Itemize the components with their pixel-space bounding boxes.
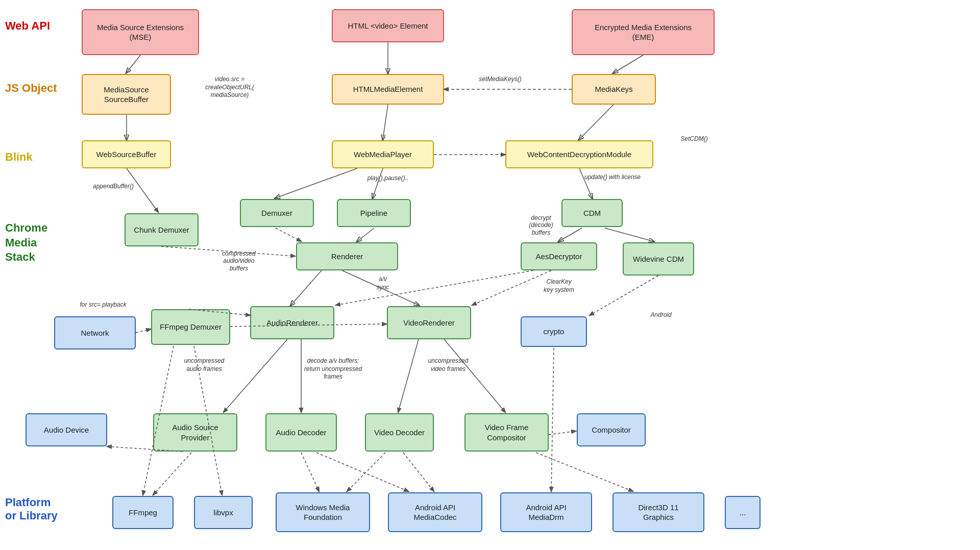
box-video-decoder: Video Decoder: [365, 413, 434, 452]
annot-uncompressed-video-frames: uncompressedvideo frames: [412, 357, 484, 373]
svg-line-10: [373, 168, 383, 198]
box-network: Network: [54, 316, 136, 349]
box-aesdecryptor: AesDecryptor: [521, 242, 597, 270]
svg-line-9: [276, 168, 357, 198]
svg-line-6: [579, 105, 614, 139]
label-platform-or-library: Platform or Library: [5, 496, 58, 523]
box-eme: Encrypted Media Extensions (EME): [572, 9, 715, 55]
box-crypto: crypto: [521, 316, 587, 347]
box-pipeline: Pipeline: [337, 199, 411, 227]
box-mse: Media Source Extensions (MSE): [82, 9, 199, 55]
svg-line-30: [549, 431, 576, 435]
box-websourcebuffer: WebSourceBuffer: [82, 140, 171, 168]
annot-av-sync: a/vsync: [368, 276, 398, 291]
box-webcontentdecryptionmodule: WebContentDecryptionModule: [505, 140, 653, 168]
svg-line-4: [383, 105, 388, 139]
svg-line-14: [357, 228, 374, 241]
svg-line-22: [136, 329, 151, 333]
svg-line-28: [444, 339, 505, 412]
box-direct3d-11-graphics: Direct3D 11 Graphics: [612, 492, 704, 532]
annot-video-src: video.src =createObjectURL(mediaSource): [186, 76, 273, 99]
svg-line-13: [276, 228, 301, 241]
box-videorenderer: VideoRenderer: [387, 306, 471, 339]
box-video-frame-compositor: Video Frame Compositor: [464, 413, 549, 452]
svg-line-35: [403, 453, 434, 491]
box-html-video: HTML <video> Element: [332, 9, 444, 42]
label-chrome-media-stack: Chrome Media Stack: [5, 221, 47, 265]
box-compositor: Compositor: [577, 413, 646, 446]
svg-line-0: [127, 55, 140, 72]
box-demuxer: Demuxer: [240, 199, 314, 227]
box-webmediaplayer: WebMediaPlayer: [332, 140, 434, 168]
label-web-api: Web API: [5, 19, 50, 33]
svg-line-11: [579, 168, 592, 198]
svg-line-19: [336, 270, 533, 305]
svg-line-34: [347, 453, 385, 491]
annot-uncompressed-audio-frames: uncompressedaudio frames: [168, 357, 240, 373]
box-widevine-cdm: Widevine CDM: [623, 242, 694, 276]
box-ffmpeg: FFmpeg: [112, 496, 174, 529]
svg-line-33: [316, 453, 408, 491]
annot-clearkey-key-system: ClearKeykey system: [526, 278, 592, 294]
box-mediakeys: MediaKeys: [572, 74, 656, 105]
box-mediasource-sourcebuffer: MediaSource SourceBuffer: [82, 74, 171, 115]
label-blink: Blink: [5, 151, 33, 164]
svg-line-2: [614, 55, 643, 73]
box-audiorenderer: AudioRenderer: [250, 306, 334, 339]
svg-line-25: [224, 339, 287, 412]
box-ellipsis: ...: [725, 496, 761, 529]
diagram: Web API JS Object Blink Chrome Media Sta…: [0, 0, 980, 550]
svg-line-17: [291, 270, 322, 305]
annot-set-cdm: SetCDM(): [658, 135, 730, 143]
box-libvpx: libvpx: [194, 496, 253, 529]
box-audio-decoder: Audio Decoder: [265, 413, 337, 452]
annot-set-media-keys: setMediaKeys(): [459, 76, 541, 84]
svg-line-31: [153, 453, 191, 495]
svg-line-36: [536, 453, 633, 491]
box-audio-source-provider: Audio Source Provider: [153, 413, 237, 452]
annot-append-buffer: appendBuffer(): [78, 183, 149, 191]
box-audio-device: Audio Device: [26, 413, 107, 446]
annot-compressed-av-buffers: compressedaudio/videobuffers: [208, 250, 270, 272]
annot-play-pause: play(),pause()..: [347, 174, 429, 183]
box-htmlmediaelement: HTMLMediaElement: [332, 74, 444, 105]
svg-line-16: [605, 228, 653, 241]
box-chunk-demuxer: Chunk Demuxer: [125, 213, 199, 246]
annot-decrypt-decode-buffers: decrypt(decode)buffers: [510, 214, 572, 236]
annot-android: Android: [638, 311, 684, 319]
svg-line-37: [551, 348, 554, 491]
annot-update-with-license: update() with license: [561, 173, 664, 182]
annot-for-src-playback: for src= playback: [67, 301, 139, 309]
box-windows-media-foundation: Windows Media Foundation: [276, 492, 370, 532]
box-android-api-mediacodec: Android API MediaCodec: [388, 492, 482, 532]
svg-line-27: [398, 339, 419, 412]
svg-line-21: [590, 276, 658, 315]
annot-decode-av-buffers: decode a/v buffers;return uncompressedfr…: [286, 357, 380, 381]
label-js-object: JS Object: [5, 82, 57, 95]
box-android-api-mediadrm: Android API MediaDrm: [500, 492, 592, 532]
box-renderer: Renderer: [296, 242, 398, 270]
box-ffmpeg-demuxer: FFmpeg Demuxer: [151, 309, 230, 345]
svg-line-32: [301, 453, 319, 491]
